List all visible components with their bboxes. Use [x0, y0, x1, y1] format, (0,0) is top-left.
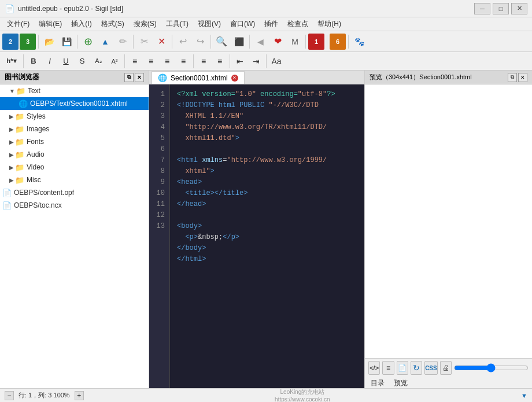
extra-button[interactable]: 🐾: [351, 34, 367, 50]
watermark-line2: https://www.cocoki.cn: [275, 396, 330, 402]
spell-button[interactable]: ⬛: [231, 34, 247, 50]
maximize-button[interactable]: □: [493, 3, 509, 14]
menu-item-T[interactable]: 工具(T): [161, 18, 193, 30]
expand-arrow-audio: ▶: [9, 152, 14, 158]
align-center-button[interactable]: ≡: [143, 54, 158, 68]
file-section0001-label: OEBPS/Text/Section0001.xhtml: [30, 99, 128, 108]
folder-audio-label: Audio: [27, 150, 45, 158]
preview-title: 预览（304x441）Section0001.xhtml: [370, 73, 472, 82]
app-icon: 📄: [5, 4, 14, 13]
strike-button[interactable]: S: [75, 54, 90, 68]
indent-increase-button[interactable]: ⇥: [249, 54, 264, 68]
file-tree: ▼ 📁 Text 🌐 OEBPS/Text/Section0001.xhtml …: [0, 84, 149, 388]
file-icon-ncx: 📄: [2, 201, 12, 210]
menu-item-V[interactable]: 视图(V): [193, 18, 226, 30]
menu-item-W[interactable]: 窗口(W): [226, 18, 260, 30]
folder-icon-video: 📁: [15, 163, 24, 172]
line-numbers: 1 2 3 4 5 6 7 8 9 10 11 12 13: [149, 84, 170, 388]
add-button[interactable]: ⊕: [80, 34, 96, 50]
folder-text-label: Text: [28, 87, 40, 95]
tab-close-button[interactable]: ✕: [231, 75, 238, 82]
menu-item-S[interactable]: 搜索(S): [129, 18, 161, 30]
toolbar-sep-8: [327, 35, 327, 49]
toc-tab[interactable]: 目录: [368, 378, 387, 388]
menu-item-I[interactable]: 插入(I): [66, 18, 96, 30]
cursor-info: 行: 1，列: 3 100%: [19, 391, 70, 400]
sidebar-close-button[interactable]: ✕: [135, 73, 144, 82]
folder-images[interactable]: ▶ 📁 Images: [0, 123, 149, 135]
menu-item-[interactable]: 插件: [260, 18, 283, 30]
badge-2[interactable]: 2: [2, 34, 19, 50]
preview-close-button[interactable]: ✕: [518, 73, 527, 82]
back-button[interactable]: ◀: [252, 34, 268, 50]
folder-fonts[interactable]: ▶ 📁 Fonts: [0, 135, 149, 148]
print-btn[interactable]: 🖨: [440, 361, 452, 375]
indent-decrease-button[interactable]: ⇤: [232, 54, 247, 68]
menu-item-E[interactable]: 编辑(E): [34, 18, 66, 30]
minimize-button[interactable]: ─: [474, 3, 490, 14]
delete-button[interactable]: ✕: [153, 34, 169, 50]
code-view-btn[interactable]: </>: [368, 361, 380, 375]
badge-3[interactable]: 3: [20, 34, 36, 50]
code-editor[interactable]: 1 2 3 4 5 6 7 8 9 10 11 12 13 <?xml vers…: [149, 84, 364, 388]
expand-arrow-fonts: ▶: [9, 139, 14, 145]
preview-panel: 预览（304x441）Section0001.xhtml ⧉ ✕ </> ≡ 📄…: [364, 71, 532, 388]
expand-arrow-misc: ▶: [9, 177, 14, 183]
italic-button[interactable]: I: [42, 54, 57, 68]
redo-button[interactable]: ↪: [192, 34, 208, 50]
preview-slider[interactable]: [454, 363, 529, 373]
badge-1[interactable]: 1: [308, 34, 324, 50]
undo-button[interactable]: ↩: [175, 34, 191, 50]
menu-item-[interactable]: 检查点: [283, 18, 313, 30]
subscript-button[interactable]: A₂: [91, 54, 106, 68]
align-right-button[interactable]: ≡: [160, 54, 175, 68]
fav-button[interactable]: ❤: [269, 34, 286, 50]
code-content[interactable]: <?xml version="1.0" encoding="utf-8"?> <…: [170, 84, 364, 388]
statusbar-watermark: LeoKing的充电站 https://www.cocoki.cn: [84, 388, 521, 402]
cut-button[interactable]: ✂: [136, 34, 152, 50]
font-button[interactable]: Aa: [269, 54, 284, 68]
scroll-indicator: ▼: [521, 392, 527, 399]
list-view-btn[interactable]: ≡: [382, 361, 394, 375]
up-button[interactable]: ▲: [97, 34, 113, 50]
search-button[interactable]: 🔍: [213, 34, 230, 50]
folder-styles[interactable]: ▶ 📁 Styles: [0, 110, 149, 123]
formatting-toolbar: h*▾ B I U S A₂ A² ≡ ≡ ≡ ≡ ≡ ≡ ⇤ ⇥ Aa: [0, 52, 532, 71]
menu-item-H[interactable]: 帮助(H): [313, 18, 346, 30]
zoom-minus-button[interactable]: −: [5, 391, 14, 400]
pencil-button[interactable]: ✏: [114, 34, 131, 50]
folder-text[interactable]: ▼ 📁 Text: [0, 84, 149, 97]
open-button[interactable]: 📂: [41, 34, 57, 50]
file-section0001[interactable]: 🌐 OEBPS/Text/Section0001.xhtml: [0, 97, 149, 110]
sidebar-header: 图书浏览器 ⧉ ✕: [0, 71, 149, 84]
mail-button[interactable]: M: [287, 34, 303, 50]
menu-item-S[interactable]: 格式(S): [97, 18, 129, 30]
css-btn[interactable]: CSS: [424, 361, 438, 375]
superscript-button[interactable]: A²: [107, 54, 122, 68]
align-left-button[interactable]: ≡: [127, 54, 142, 68]
refresh-btn[interactable]: ↻: [411, 361, 422, 375]
file-content-opf[interactable]: 📄 OEBPS/content.opf: [0, 186, 149, 199]
menu-item-F[interactable]: 文件(F): [2, 18, 34, 30]
badge-6[interactable]: 6: [330, 34, 346, 50]
fmt-sep-5: [266, 54, 267, 68]
page-btn[interactable]: 📄: [397, 361, 408, 375]
folder-audio[interactable]: ▶ 📁 Audio: [0, 148, 149, 161]
preview-tab[interactable]: 预览: [391, 378, 410, 388]
preview-undock-button[interactable]: ⧉: [508, 73, 517, 82]
underline-button[interactable]: U: [58, 54, 73, 68]
file-toc-ncx[interactable]: 📄 OEBPS/toc.ncx: [0, 199, 149, 212]
save-button[interactable]: 💾: [58, 34, 75, 50]
bold-button[interactable]: B: [26, 54, 41, 68]
sidebar-undock-button[interactable]: ⧉: [124, 73, 134, 82]
editor-tab-section0001[interactable]: 🌐 Section0001.xhtml ✕: [152, 71, 245, 84]
close-button[interactable]: ✕: [511, 3, 527, 14]
folder-misc[interactable]: ▶ 📁 Misc: [0, 174, 149, 186]
ordered-list-button[interactable]: ≡: [212, 54, 227, 68]
align-justify-button[interactable]: ≡: [176, 54, 191, 68]
unordered-list-button[interactable]: ≡: [196, 54, 211, 68]
zoom-plus-button[interactable]: +: [75, 391, 84, 400]
window-controls: ─ □ ✕: [474, 3, 527, 14]
heading-dropdown[interactable]: h*▾: [2, 54, 21, 68]
folder-video[interactable]: ▶ 📁 Video: [0, 161, 149, 174]
